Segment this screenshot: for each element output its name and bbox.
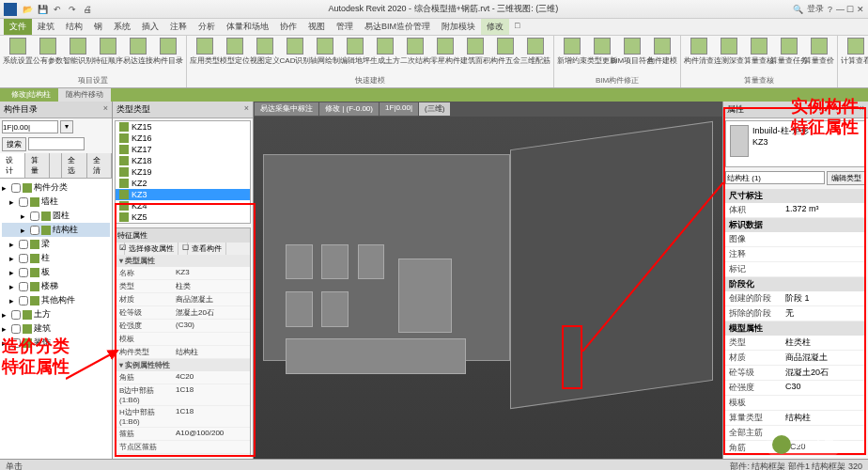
catalog-header: 构件目录 × <box>0 102 112 118</box>
ribbon-易达连接[interactable]: 易达连接 <box>124 38 152 66</box>
ribbon-智能识别[interactable]: 智能识别 <box>64 38 92 66</box>
menu-2[interactable]: 结构 <box>60 19 88 35</box>
menu-1[interactable]: 建筑 <box>32 19 60 35</box>
highlight-box <box>562 325 582 389</box>
qat-redo[interactable]: ↷ <box>66 3 79 16</box>
menu-10[interactable]: 视图 <box>302 19 331 35</box>
ribbon-构件清查[interactable]: 构件清查 <box>685 38 713 66</box>
ribbon-算量查任务[interactable]: 算量查任务 <box>775 38 803 66</box>
menu-4[interactable]: 系统 <box>108 19 136 35</box>
tree-node[interactable]: ▸板 <box>2 265 110 279</box>
close-icon[interactable]: × <box>103 103 108 116</box>
menu-12[interactable]: 易达BIM造价管理 <box>359 19 436 35</box>
list-item[interactable]: KZ17 <box>116 144 250 155</box>
select-all[interactable]: 全选 <box>62 153 87 178</box>
ribbon-公有参数[interactable]: 公有参数 <box>34 38 62 66</box>
ribbon-特征顺序[interactable]: 特征顺序 <box>94 38 122 66</box>
tab-quantity[interactable]: 算量 <box>25 153 51 178</box>
type-list[interactable]: KZ15KZ16KZ17KZ18KZ19KZ2KZ3KZ4KZ5 <box>115 120 251 224</box>
tab-design[interactable]: 设计 <box>0 153 25 178</box>
context-tab-bar: 修改|结构柱随构件移动 <box>0 88 868 102</box>
ribbon-算量查核[interactable]: 算量查核 <box>745 38 773 66</box>
qat-open[interactable]: 📂 <box>21 3 34 16</box>
tree-node[interactable]: ▸圆柱 <box>2 209 110 223</box>
menu-3[interactable]: 钢 <box>88 19 108 35</box>
maximize-button[interactable]: ☐ <box>846 5 854 14</box>
tree-node[interactable]: ▸梁 <box>2 237 110 251</box>
ribbon-构件建模[interactable]: 构件建模 <box>648 38 676 66</box>
ribbon-构件目录[interactable]: 构件目录 <box>154 38 182 66</box>
tree-node[interactable]: ▸楼梯 <box>2 279 110 293</box>
tree-node[interactable]: ▸构件分类 <box>2 180 110 195</box>
tree-node[interactable]: ▸柱 <box>2 251 110 265</box>
ribbon-计算查看[interactable]: 计算查看 <box>842 38 868 66</box>
list-item[interactable]: KZ5 <box>116 212 250 223</box>
revit-logo <box>4 3 17 16</box>
svg-line-1 <box>582 182 723 352</box>
checkbox[interactable]: ☑ <box>116 243 125 255</box>
menu-5[interactable]: 插入 <box>136 19 164 35</box>
menu-8[interactable]: 体量和场地 <box>221 19 274 35</box>
menu-6[interactable]: 注释 <box>164 19 193 35</box>
tree-node[interactable]: ▸结构柱 <box>2 223 110 237</box>
menu-9[interactable]: 协作 <box>274 19 302 35</box>
user-signin[interactable]: 登录 <box>807 3 824 15</box>
tree-node[interactable]: ▸其他构件 <box>2 293 110 307</box>
properties-panel: 属性× Inbuild-柱-矩形KZ3 结构柱 (1) 编辑类型 尺寸标注体积1… <box>722 102 868 459</box>
list-item[interactable]: KZ16 <box>116 133 250 144</box>
ribbon-编辑地坪[interactable]: 编辑地坪 <box>341 38 369 66</box>
minimize-button[interactable]: — <box>836 5 845 14</box>
close-button[interactable]: ✕ <box>857 5 864 14</box>
annotation-left: 造价分类 特征属性 <box>2 337 70 377</box>
ribbon-轴网绘制[interactable]: 轴网绘制 <box>311 38 339 66</box>
titlebar-right: 🔍 登录 ? — ☐ ✕ <box>793 3 864 15</box>
ribbon-算量查价[interactable]: 算量查价 <box>805 38 833 66</box>
ribbon: 系统设置公有参数智能识别特征顺序易达连接构件目录项目设置应用类型模型定位视图定义… <box>0 36 868 88</box>
ribbon-生成土方[interactable]: 生成土方 <box>371 38 399 66</box>
tree-node[interactable]: ▸土方 <box>2 307 110 321</box>
floor-filter[interactable] <box>2 120 58 133</box>
ribbon-BIM项目符合[interactable]: BIM项目符合 <box>618 38 646 66</box>
ribbon-二次结构[interactable]: 二次结构 <box>401 38 429 66</box>
component-tree[interactable]: ▸构件分类▸墙柱▸圆柱▸结构柱▸梁▸柱▸板▸楼梯▸其他构件▸土方▸建筑▸装饰 <box>0 179 112 459</box>
search-field[interactable] <box>28 137 85 150</box>
menu-15[interactable]: □ <box>509 19 525 35</box>
viewport: 易达采集中标注修改 | (F-0.00)1F|0.00|(三维) <box>254 102 722 459</box>
list-item[interactable]: KZ15 <box>116 121 250 133</box>
search-button[interactable]: 搜索 <box>2 137 26 151</box>
3d-canvas[interactable] <box>254 117 722 459</box>
close-icon[interactable]: × <box>244 103 249 116</box>
list-item[interactable]: KZ18 <box>116 155 250 166</box>
menu-14[interactable]: 修改 <box>481 19 509 35</box>
clear-all[interactable]: 全清 <box>87 153 113 178</box>
ribbon-系统设置[interactable]: 系统设置 <box>4 38 32 66</box>
ribbon-模型定位[interactable]: 模型定位 <box>221 38 249 66</box>
qat-save[interactable]: 💾 <box>36 3 49 16</box>
ribbon-三维配筋[interactable]: 三维配筋 <box>521 38 550 66</box>
menu-7[interactable]: 分析 <box>193 19 221 35</box>
tree-node[interactable]: ▸建筑 <box>2 321 110 336</box>
menu-0[interactable]: 文件 <box>4 19 32 35</box>
qat-print[interactable]: 🖨 <box>81 3 94 16</box>
checkbox[interactable]: ☐ <box>178 243 188 255</box>
ribbon-视图定义[interactable]: 视图定义 <box>251 38 279 66</box>
search-input[interactable]: 🔍 <box>793 5 803 14</box>
help-icon[interactable]: ? <box>828 5 832 14</box>
ribbon-建筑面积[interactable]: 建筑面积 <box>461 38 489 66</box>
list-item[interactable]: KZ2 <box>116 178 250 189</box>
list-item[interactable]: KZ4 <box>116 200 250 212</box>
ribbon-构件五金[interactable]: 构件五金 <box>491 38 519 66</box>
ribbon-CAD识别[interactable]: CAD识别 <box>281 38 309 66</box>
qat-undo[interactable]: ↶ <box>51 3 64 16</box>
list-item[interactable]: KZ19 <box>116 166 250 178</box>
ribbon-应用类型[interactable]: 应用类型 <box>191 38 219 66</box>
filter-dropdown[interactable]: ▾ <box>60 120 73 133</box>
menu-11[interactable]: 管理 <box>331 19 359 35</box>
ribbon-新增约束[interactable]: 新增约束 <box>558 38 586 66</box>
menu-13[interactable]: 附加模块 <box>436 19 481 35</box>
ribbon-连测深查[interactable]: 连测深查 <box>715 38 743 66</box>
menubar: 文件建筑结构钢系统插入注释分析体量和场地协作视图管理易达BIM造价管理附加模块修… <box>0 19 868 36</box>
list-item[interactable]: KZ3 <box>116 189 250 200</box>
ribbon-零星构件[interactable]: 零星构件 <box>431 38 459 66</box>
tree-node[interactable]: ▸墙柱 <box>2 195 110 209</box>
